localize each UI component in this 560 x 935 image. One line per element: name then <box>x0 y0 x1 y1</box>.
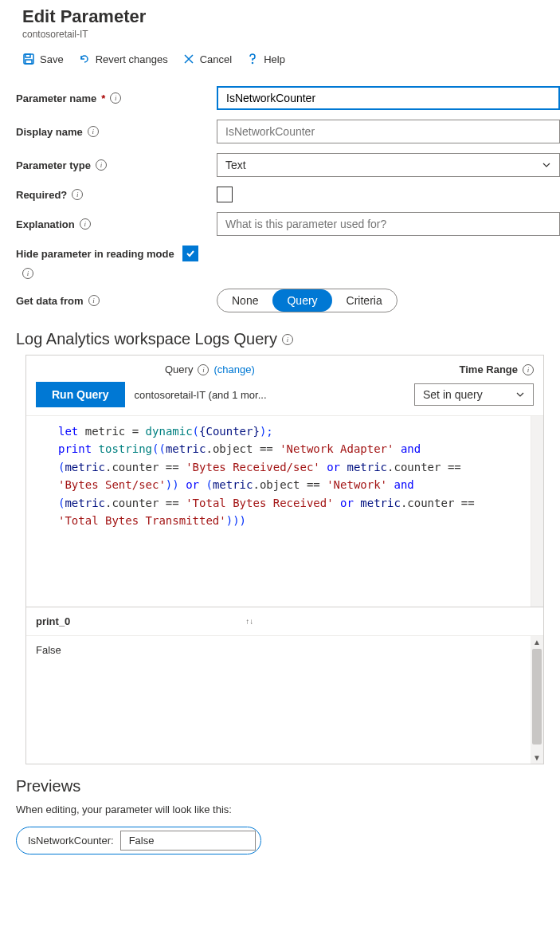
preview-pill-value[interactable]: False <box>120 831 256 851</box>
time-range-label: Time Rangei <box>460 363 534 375</box>
result-scrollbar[interactable]: ▲ ▼ <box>531 636 543 764</box>
revert-label: Revert changes <box>96 53 168 65</box>
result-row: False ▲ ▼ <box>26 636 543 764</box>
param-name-label: Parameter name*i <box>16 92 217 104</box>
display-name-input[interactable] <box>217 120 560 143</box>
result-table: print_0 ↑↓ False ▲ ▼ <box>26 607 543 764</box>
svg-rect-2 <box>25 60 32 64</box>
display-name-label: Display namei <box>16 126 217 138</box>
info-icon[interactable]: i <box>198 364 209 375</box>
info-icon[interactable]: i <box>110 92 121 104</box>
query-label: Queryi (change) <box>165 363 255 375</box>
run-query-button[interactable]: Run Query <box>36 382 125 407</box>
chevron-down-icon <box>542 160 551 170</box>
change-link[interactable]: (change) <box>213 363 254 375</box>
pill-query[interactable]: Query <box>272 289 331 312</box>
hide-param-label: Hide parameter in reading mode <box>16 246 198 261</box>
info-icon[interactable]: i <box>523 364 534 375</box>
help-icon <box>246 53 259 65</box>
section-title: Log Analytics workspace Logs Queryi <box>0 324 560 355</box>
time-range-value: Set in query <box>423 388 483 401</box>
explanation-input[interactable] <box>217 212 560 236</box>
cancel-label: Cancel <box>200 53 232 65</box>
scroll-down-icon[interactable]: ▼ <box>533 753 541 762</box>
get-data-pill-group: None Query Criteria <box>217 289 397 312</box>
info-icon[interactable]: i <box>88 126 99 137</box>
info-icon[interactable]: i <box>22 268 33 279</box>
svg-point-3 <box>253 63 253 64</box>
query-editor[interactable]: let metric = dynamic({Counter}); print t… <box>26 415 543 607</box>
required-checkbox[interactable] <box>217 187 233 202</box>
param-type-select[interactable]: Text <box>217 153 560 177</box>
param-type-label: Parameter typei <box>16 159 217 171</box>
page-title: Edit Parameter <box>22 6 544 27</box>
time-range-select[interactable]: Set in query <box>414 383 534 406</box>
result-header[interactable]: print_0 ↑↓ <box>26 607 543 636</box>
get-data-label: Get data fromi <box>16 295 217 307</box>
previews-title: Previews <box>16 777 544 796</box>
scroll-thumb[interactable] <box>532 649 542 744</box>
check-icon <box>185 248 196 259</box>
sort-icon[interactable]: ↑↓ <box>245 619 253 625</box>
info-icon[interactable]: i <box>96 159 107 171</box>
hide-param-checkbox[interactable] <box>182 246 198 261</box>
page-subtitle: contosoretail-IT <box>22 29 544 40</box>
revert-button[interactable]: Revert changes <box>78 53 168 65</box>
info-icon[interactable]: i <box>80 218 91 230</box>
preview-pill[interactable]: IsNetworkCounter: False <box>16 827 261 854</box>
editor-scrollbar[interactable] <box>531 416 543 607</box>
info-icon[interactable]: i <box>282 334 293 345</box>
info-icon[interactable]: i <box>88 295 100 306</box>
query-box: Queryi (change) Time Rangei Run Query co… <box>25 355 544 764</box>
previews-desc: When editing, your parameter will look l… <box>16 803 544 815</box>
required-label: Required?i <box>16 189 217 201</box>
scroll-up-icon[interactable]: ▲ <box>533 638 541 646</box>
workspace-text: contosoretail-IT (and 1 mor... <box>135 389 267 401</box>
help-button[interactable]: Help <box>246 53 285 65</box>
param-type-value: Text <box>225 159 246 171</box>
explanation-label: Explanationi <box>16 218 217 230</box>
revert-icon <box>78 53 91 65</box>
cancel-icon <box>182 53 195 65</box>
save-icon <box>22 53 35 65</box>
help-label: Help <box>264 53 285 65</box>
save-label: Save <box>40 53 64 65</box>
chevron-down-icon <box>515 390 525 399</box>
cancel-button[interactable]: Cancel <box>182 53 232 65</box>
save-button[interactable]: Save <box>22 53 64 65</box>
pill-none[interactable]: None <box>217 289 272 312</box>
pill-criteria[interactable]: Criteria <box>332 289 397 312</box>
preview-pill-label: IsNetworkCounter: <box>28 835 114 847</box>
param-name-input[interactable] <box>217 86 560 110</box>
info-icon[interactable]: i <box>72 189 83 200</box>
svg-rect-1 <box>25 54 30 57</box>
